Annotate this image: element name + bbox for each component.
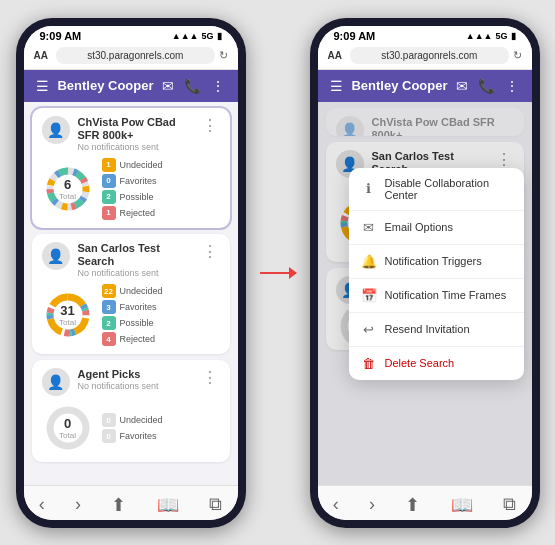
card1-stats: 1 Undecided 0 Favorites 2 Possible [102, 158, 220, 220]
card1-header: 👤 ChVista Pow CBad SFR 800k+ No notifica… [42, 116, 220, 152]
card1-favorites-badge: 0 [102, 174, 116, 188]
right-card1-info: ChVista Pow CBad SFR 800k+ [372, 116, 514, 136]
right-battery: ▮ [511, 31, 516, 41]
card2-body: 31 Total 22 Undecided 3 Favorites [42, 284, 220, 346]
card3-header: 👤 Agent Picks No notifications sent ⋮ [42, 368, 220, 396]
left-back-icon[interactable]: ‹ [39, 494, 45, 516]
right-forward-icon[interactable]: › [369, 494, 375, 516]
card1-stat-rejected: 1 Rejected [102, 206, 220, 220]
right-status-icons: ▲▲▲ 5G ▮ [466, 31, 516, 41]
card2-undecided-label: Undecided [120, 286, 163, 296]
notification-timeframes-label: Notification Time Frames [385, 289, 507, 301]
left-bottom-bar: ‹ › ⬆ 📖 ⧉ [24, 485, 238, 520]
left-status-icons: ▲▲▲ 5G ▮ [172, 31, 222, 41]
right-card-1: 👤 ChVista Pow CBad SFR 800k+ [326, 108, 524, 136]
card2-possible-badge: 2 [102, 316, 116, 330]
left-forward-icon[interactable]: › [75, 494, 81, 516]
right-more-icon[interactable]: ⋮ [505, 78, 519, 94]
card2-stat-undecided: 22 Undecided [102, 284, 220, 298]
left-signal: ▲▲▲ [172, 31, 199, 41]
card2-menu-button[interactable]: ⋮ [200, 242, 220, 261]
card2-donut: 31 Total [42, 289, 94, 341]
card3-donut: 0 Total [42, 402, 94, 454]
dropdown-disable-collab[interactable]: ℹ Disable Collaboration Center [349, 168, 524, 211]
left-nav-title: Bentley Cooper [57, 78, 153, 93]
right-bookmark-icon[interactable]: 📖 [451, 494, 473, 516]
direction-arrow [260, 267, 296, 279]
card2-rejected-label: Rejected [120, 334, 156, 344]
card1-stat-possible: 2 Possible [102, 190, 220, 204]
card2-info: San Carlos Test Search No notifications … [78, 242, 200, 278]
search-card-1: 👤 ChVista Pow CBad SFR 800k+ No notifica… [32, 108, 230, 228]
right-card1-left: 👤 ChVista Pow CBad SFR 800k+ [336, 116, 514, 136]
right-menu-icon[interactable]: ☰ [330, 78, 343, 94]
left-menu-icon[interactable]: ☰ [36, 78, 49, 94]
right-aa: AA [328, 50, 342, 61]
card1-undecided-badge: 1 [102, 158, 116, 172]
card1-donut: 6 Total [42, 163, 94, 215]
arrow-container [258, 267, 298, 279]
right-card1-avatar: 👤 [336, 116, 364, 136]
card2-total: 31 [59, 303, 76, 318]
disable-collab-icon: ℹ [361, 181, 377, 196]
left-phone-icon[interactable]: 📞 [184, 78, 201, 94]
left-tabs-icon[interactable]: ⧉ [209, 494, 222, 516]
search-card-2: 👤 San Carlos Test Search No notification… [32, 234, 230, 354]
card1-stat-favorites: 0 Favorites [102, 174, 220, 188]
email-options-label: Email Options [385, 221, 453, 233]
notification-triggers-label: Notification Triggers [385, 255, 482, 267]
card3-total-label: Total [59, 431, 76, 440]
dropdown-email-options[interactable]: ✉ Email Options [349, 211, 524, 245]
left-status-bar: 9:09 AM ▲▲▲ 5G ▮ [24, 26, 238, 44]
dropdown-notification-triggers[interactable]: 🔔 Notification Triggers [349, 245, 524, 279]
card1-rejected-badge: 1 [102, 206, 116, 220]
right-mail-icon[interactable]: ✉ [456, 78, 468, 94]
card1-possible-label: Possible [120, 192, 154, 202]
card1-name: ChVista Pow CBad SFR 800k+ [78, 116, 200, 142]
right-refresh-icon[interactable]: ↻ [513, 49, 522, 62]
card1-donut-label: 6 Total [59, 177, 76, 201]
card3-favorites-badge: 0 [102, 429, 116, 443]
right-nav-title: Bentley Cooper [351, 78, 447, 93]
card1-favorites-label: Favorites [120, 176, 157, 186]
right-signal: ▲▲▲ [466, 31, 493, 41]
left-battery: ▮ [217, 31, 222, 41]
left-content: 👤 ChVista Pow CBad SFR 800k+ No notifica… [24, 102, 238, 485]
card3-favorites-label: Favorites [120, 431, 157, 441]
right-share-icon[interactable]: ⬆ [405, 494, 420, 516]
left-more-icon[interactable]: ⋮ [211, 78, 225, 94]
notification-triggers-icon: 🔔 [361, 254, 377, 269]
right-nav-bar: ☰ Bentley Cooper ✉ 📞 ⋮ [318, 70, 532, 102]
card3-undecided-badge: 0 [102, 413, 116, 427]
card3-stat-undecided: 0 Undecided [102, 413, 220, 427]
card1-body: 6 Total 1 Undecided 0 Favorites [42, 158, 220, 220]
left-url-bar: AA st30.paragonrels.com ↻ [24, 44, 238, 70]
right-tabs-icon[interactable]: ⧉ [503, 494, 516, 516]
search-card-3: 👤 Agent Picks No notifications sent ⋮ [32, 360, 230, 462]
card3-body: 0 Total 0 Undecided 0 Favorites [42, 402, 220, 454]
right-phone-icon[interactable]: 📞 [478, 78, 495, 94]
right-back-icon[interactable]: ‹ [333, 494, 339, 516]
left-share-icon[interactable]: ⬆ [111, 494, 126, 516]
left-time: 9:09 AM [40, 30, 82, 42]
left-refresh-icon[interactable]: ↻ [219, 49, 228, 62]
left-bookmark-icon[interactable]: 📖 [157, 494, 179, 516]
left-mail-icon[interactable]: ✉ [162, 78, 174, 94]
left-phone-screen: 9:09 AM ▲▲▲ 5G ▮ AA st30.paragonrels.com… [24, 26, 238, 520]
card1-total-label: Total [59, 192, 76, 201]
resend-invitation-icon: ↩ [361, 322, 377, 337]
card1-menu-button[interactable]: ⋮ [200, 116, 220, 135]
right-card2-menu-button[interactable]: ⋮ [494, 150, 514, 169]
card2-possible-label: Possible [120, 318, 154, 328]
card3-donut-label: 0 Total [59, 416, 76, 440]
left-nav-icons: ✉ 📞 ⋮ [162, 78, 225, 94]
dropdown-delete-search[interactable]: 🗑 Delete Search [349, 347, 524, 380]
card3-stats: 0 Undecided 0 Favorites [102, 413, 220, 443]
right-bottom-bar: ‹ › ⬆ 📖 ⧉ [318, 485, 532, 520]
card3-menu-button[interactable]: ⋮ [200, 368, 220, 387]
disable-collab-label: Disable Collaboration Center [385, 177, 512, 201]
card3-total: 0 [59, 416, 76, 431]
dropdown-resend-invitation[interactable]: ↩ Resend Invitation [349, 313, 524, 347]
dropdown-notification-timeframes[interactable]: 📅 Notification Time Frames [349, 279, 524, 313]
card3-name: Agent Picks [78, 368, 200, 381]
